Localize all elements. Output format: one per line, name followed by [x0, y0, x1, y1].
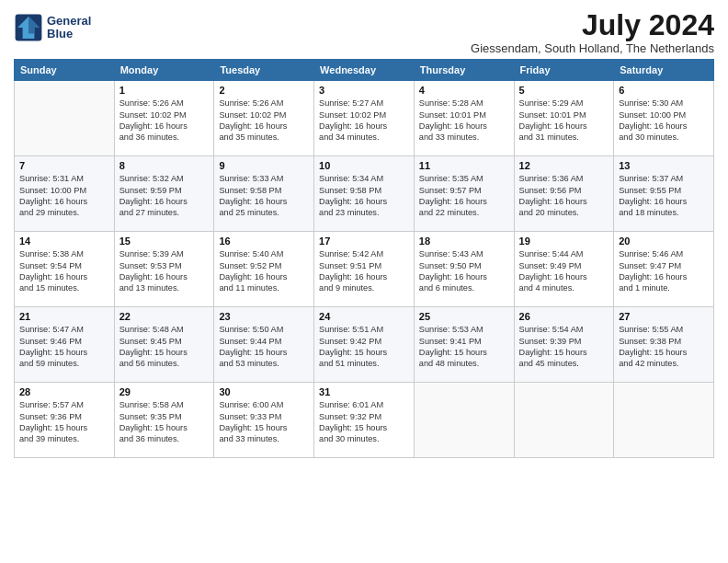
day-number: 16 [219, 236, 309, 247]
calendar-cell: 25Sunrise: 5:53 AMSunset: 9:41 PMDayligh… [414, 307, 514, 383]
day-info: Sunrise: 5:30 AMSunset: 10:00 PMDaylight… [619, 98, 709, 144]
day-number: 25 [419, 311, 509, 322]
calendar-cell: 24Sunrise: 5:51 AMSunset: 9:42 PMDayligh… [314, 307, 415, 383]
calendar-cell: 2Sunrise: 5:26 AMSunset: 10:02 PMDayligh… [214, 81, 314, 156]
day-info: Sunrise: 5:40 AMSunset: 9:52 PMDaylight:… [219, 248, 309, 294]
calendar-cell: 3Sunrise: 5:27 AMSunset: 10:02 PMDayligh… [314, 81, 415, 156]
calendar-cell [514, 383, 614, 458]
calendar-row-0: 1Sunrise: 5:26 AMSunset: 10:02 PMDayligh… [15, 81, 714, 156]
day-number: 14 [19, 236, 109, 247]
day-info: Sunrise: 5:46 AMSunset: 9:47 PMDaylight:… [619, 248, 709, 294]
day-number: 21 [19, 311, 109, 322]
day-info: Sunrise: 5:35 AMSunset: 9:57 PMDaylight:… [419, 173, 509, 219]
day-number: 30 [219, 386, 309, 397]
logo-line1: General [47, 15, 91, 28]
day-info: Sunrise: 5:53 AMSunset: 9:41 PMDaylight:… [419, 324, 509, 370]
calendar-cell: 20Sunrise: 5:46 AMSunset: 9:47 PMDayligh… [614, 232, 714, 307]
weekday-friday: Friday [514, 60, 614, 81]
day-info: Sunrise: 5:37 AMSunset: 9:55 PMDaylight:… [619, 173, 709, 219]
header: General Blue July 2024 Giessendam, South… [14, 9, 714, 55]
calendar-cell: 22Sunrise: 5:48 AMSunset: 9:45 PMDayligh… [114, 307, 214, 383]
day-info: Sunrise: 5:26 AMSunset: 10:02 PMDaylight… [219, 98, 309, 144]
calendar-cell: 15Sunrise: 5:39 AMSunset: 9:53 PMDayligh… [114, 232, 214, 307]
calendar-cell: 31Sunrise: 6:01 AMSunset: 9:32 PMDayligh… [314, 383, 415, 458]
day-info: Sunrise: 5:58 AMSunset: 9:35 PMDaylight:… [119, 399, 210, 445]
calendar-cell: 19Sunrise: 5:44 AMSunset: 9:49 PMDayligh… [514, 232, 614, 307]
day-info: Sunrise: 5:34 AMSunset: 9:58 PMDaylight:… [319, 173, 409, 219]
day-info: Sunrise: 5:47 AMSunset: 9:46 PMDaylight:… [19, 324, 109, 370]
day-number: 4 [419, 85, 509, 96]
calendar-cell: 8Sunrise: 5:32 AMSunset: 9:59 PMDaylight… [114, 156, 214, 232]
day-number: 10 [319, 160, 409, 171]
day-number: 15 [119, 236, 210, 247]
day-info: Sunrise: 5:39 AMSunset: 9:53 PMDaylight:… [119, 248, 210, 294]
day-number: 23 [219, 311, 309, 322]
weekday-saturday: Saturday [614, 60, 714, 81]
calendar-cell [414, 383, 514, 458]
calendar-cell [614, 383, 714, 458]
day-info: Sunrise: 5:50 AMSunset: 9:44 PMDaylight:… [219, 324, 309, 370]
weekday-header-row: SundayMondayTuesdayWednesdayThursdayFrid… [15, 60, 714, 81]
calendar-cell: 29Sunrise: 5:58 AMSunset: 9:35 PMDayligh… [114, 383, 214, 458]
day-info: Sunrise: 5:54 AMSunset: 9:39 PMDaylight:… [519, 324, 609, 370]
calendar-cell: 7Sunrise: 5:31 AMSunset: 10:00 PMDayligh… [15, 156, 115, 232]
calendar-row-4: 28Sunrise: 5:57 AMSunset: 9:36 PMDayligh… [15, 383, 714, 458]
day-info: Sunrise: 5:43 AMSunset: 9:50 PMDaylight:… [419, 248, 509, 294]
calendar-cell: 26Sunrise: 5:54 AMSunset: 9:39 PMDayligh… [514, 307, 614, 383]
day-info: Sunrise: 5:42 AMSunset: 9:51 PMDaylight:… [319, 248, 409, 294]
day-number: 26 [519, 311, 609, 322]
calendar-cell: 17Sunrise: 5:42 AMSunset: 9:51 PMDayligh… [314, 232, 415, 307]
day-number: 13 [619, 160, 709, 171]
calendar-cell: 18Sunrise: 5:43 AMSunset: 9:50 PMDayligh… [414, 232, 514, 307]
day-info: Sunrise: 5:31 AMSunset: 10:00 PMDaylight… [19, 173, 109, 219]
day-number: 12 [519, 160, 609, 171]
day-number: 5 [519, 85, 609, 96]
calendar-cell: 9Sunrise: 5:33 AMSunset: 9:58 PMDaylight… [214, 156, 314, 232]
calendar-cell: 21Sunrise: 5:47 AMSunset: 9:46 PMDayligh… [15, 307, 115, 383]
weekday-wednesday: Wednesday [314, 60, 415, 81]
calendar-cell: 16Sunrise: 5:40 AMSunset: 9:52 PMDayligh… [214, 232, 314, 307]
calendar-cell: 30Sunrise: 6:00 AMSunset: 9:33 PMDayligh… [214, 383, 314, 458]
calendar-cell: 13Sunrise: 5:37 AMSunset: 9:55 PMDayligh… [614, 156, 714, 232]
day-info: Sunrise: 6:00 AMSunset: 9:33 PMDaylight:… [219, 399, 309, 445]
calendar-cell: 6Sunrise: 5:30 AMSunset: 10:00 PMDayligh… [614, 81, 714, 156]
calendar-cell: 28Sunrise: 5:57 AMSunset: 9:36 PMDayligh… [15, 383, 115, 458]
day-number: 22 [119, 311, 210, 322]
day-info: Sunrise: 5:33 AMSunset: 9:58 PMDaylight:… [219, 173, 309, 219]
day-number: 8 [119, 160, 210, 171]
day-info: Sunrise: 6:01 AMSunset: 9:32 PMDaylight:… [319, 399, 409, 445]
day-info: Sunrise: 5:55 AMSunset: 9:38 PMDaylight:… [619, 324, 709, 370]
day-number: 6 [619, 85, 709, 96]
title-block: July 2024 Giessendam, South Holland, The… [471, 9, 714, 55]
day-info: Sunrise: 5:27 AMSunset: 10:02 PMDaylight… [319, 98, 409, 144]
day-info: Sunrise: 5:28 AMSunset: 10:01 PMDaylight… [419, 98, 509, 144]
calendar-cell: 4Sunrise: 5:28 AMSunset: 10:01 PMDayligh… [414, 81, 514, 156]
day-number: 29 [119, 386, 210, 397]
calendar-row-3: 21Sunrise: 5:47 AMSunset: 9:46 PMDayligh… [15, 307, 714, 383]
day-info: Sunrise: 5:57 AMSunset: 9:36 PMDaylight:… [19, 399, 109, 445]
day-number: 2 [219, 85, 309, 96]
day-number: 31 [319, 386, 409, 397]
calendar-cell: 23Sunrise: 5:50 AMSunset: 9:44 PMDayligh… [214, 307, 314, 383]
day-number: 28 [19, 386, 109, 397]
day-info: Sunrise: 5:26 AMSunset: 10:02 PMDaylight… [119, 98, 210, 144]
day-number: 11 [419, 160, 509, 171]
day-number: 1 [119, 85, 210, 96]
calendar-cell: 27Sunrise: 5:55 AMSunset: 9:38 PMDayligh… [614, 307, 714, 383]
weekday-thursday: Thursday [414, 60, 514, 81]
logo-icon [14, 13, 43, 42]
day-number: 24 [319, 311, 409, 322]
day-info: Sunrise: 5:38 AMSunset: 9:54 PMDaylight:… [19, 248, 109, 294]
subtitle: Giessendam, South Holland, The Netherlan… [471, 41, 714, 55]
logo-line2: Blue [47, 28, 91, 40]
calendar-row-1: 7Sunrise: 5:31 AMSunset: 10:00 PMDayligh… [15, 156, 714, 232]
calendar-cell: 5Sunrise: 5:29 AMSunset: 10:01 PMDayligh… [514, 81, 614, 156]
weekday-sunday: Sunday [15, 60, 115, 81]
day-number: 20 [619, 236, 709, 247]
weekday-monday: Monday [114, 60, 214, 81]
calendar-cell: 12Sunrise: 5:36 AMSunset: 9:56 PMDayligh… [514, 156, 614, 232]
day-number: 27 [619, 311, 709, 322]
calendar: SundayMondayTuesdayWednesdayThursdayFrid… [14, 59, 714, 458]
month-title: July 2024 [471, 9, 714, 41]
day-number: 19 [519, 236, 609, 247]
